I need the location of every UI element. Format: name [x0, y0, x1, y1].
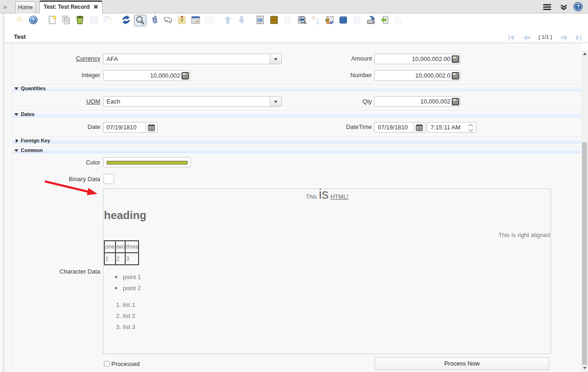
- svg-text:?: ?: [576, 4, 580, 10]
- svg-text:?: ?: [31, 17, 35, 23]
